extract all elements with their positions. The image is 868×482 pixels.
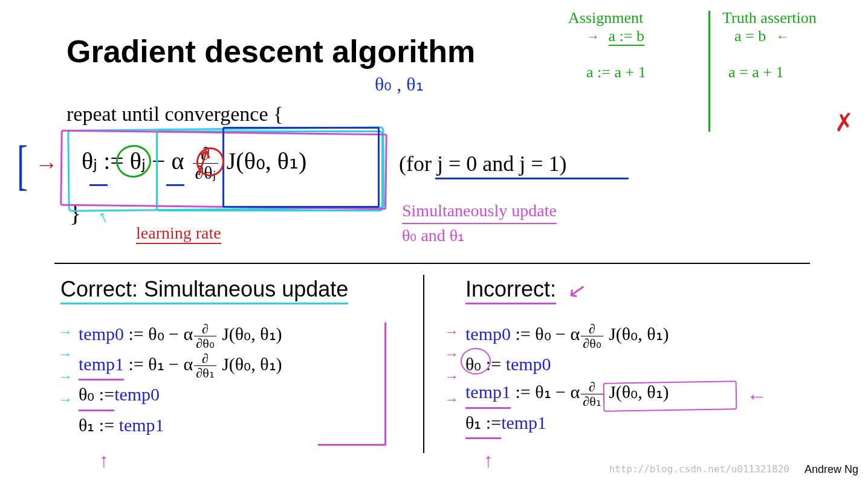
blue-underline-for xyxy=(435,178,629,179)
magenta-bracket xyxy=(318,321,386,446)
sim-update-line1: Simultaneously update xyxy=(402,199,557,224)
blue-brace-icon: [ xyxy=(17,134,28,196)
author-credit: Andrew Ng xyxy=(805,463,858,476)
magenta-box-gradient-term xyxy=(603,381,737,412)
blue-underline-2 xyxy=(166,184,184,186)
learning-rate-label: learning rate xyxy=(136,223,221,244)
truth-example-2: a = a + 1 xyxy=(728,63,783,81)
assignment-example-2: a := a + 1 xyxy=(586,63,646,81)
theta-handwritten-note: θ₀ , θ₁ xyxy=(375,72,424,95)
correct-eq-3: θ₀ := temp0 xyxy=(79,381,282,411)
correct-heading: Correct: Simultaneous update xyxy=(60,277,348,304)
mag-arrow-4: → xyxy=(444,388,459,411)
truth-example-1: a = b ← xyxy=(734,27,789,45)
cyan-arrow-3: → xyxy=(58,365,73,388)
cyan-arrow-1: → xyxy=(58,321,73,343)
cyan-arrow-2: → xyxy=(58,343,73,365)
assignment-heading: Assignment xyxy=(568,9,643,27)
incorrect-eq-2: θ₀ := temp0 xyxy=(465,350,669,379)
correct-eq-4: θ₁ := temp1 xyxy=(79,411,282,440)
magenta-up-arrow-left-icon: ↑ xyxy=(99,449,109,472)
sim-update-line2: θ₀ and θ₁ xyxy=(402,226,464,245)
magenta-step-arrows: → → → → xyxy=(444,321,459,411)
mag-arrow-3: → xyxy=(444,365,459,388)
incorrect-eq-1: temp0 := θ₀ − α∂∂θ₀ J(θ₀, θ₁) xyxy=(465,320,669,350)
vertical-divider xyxy=(423,275,424,453)
for-j-text: (for j = 0 and j = 1) xyxy=(399,151,567,176)
blue-underline-1 xyxy=(89,184,108,186)
slide: Gradient descent algorithm repeat until … xyxy=(0,0,868,482)
incorrect-eq-4: θ₁ := temp1 xyxy=(465,409,669,440)
cyan-arrow-4: → xyxy=(58,388,73,411)
slide-title: Gradient descent algorithm xyxy=(66,33,475,69)
incorrect-heading: Incorrect: xyxy=(465,277,556,304)
simultaneous-update-note: Simultaneously update θ₀ and θ₁ xyxy=(402,199,557,247)
mag-arrow-1: → xyxy=(444,321,459,343)
learning-rate-text: learning rate xyxy=(136,223,221,244)
green-separator-line xyxy=(708,11,710,132)
assignment-example-1: → a := b xyxy=(586,27,644,45)
red-x-icon: ✗ xyxy=(833,108,856,138)
green-arrow-icon: → xyxy=(586,29,600,44)
correct-equations: temp0 := θ₀ − α∂∂θ₀ J(θ₀, θ₁) temp1 := θ… xyxy=(79,320,282,439)
mag-arrow-2: → xyxy=(444,343,459,365)
magenta-arrow-left-icon: ← xyxy=(747,385,767,408)
correct-eq-2: temp1 := θ₁ − α∂∂θ₁ J(θ₀, θ₁) xyxy=(79,350,282,381)
cyan-step-arrows: → → → → xyxy=(58,321,73,411)
incorrect-equations: temp0 := θ₀ − α∂∂θ₀ J(θ₀, θ₁) θ₀ := temp… xyxy=(465,320,669,439)
horizontal-divider xyxy=(54,263,810,264)
correct-eq-1: temp0 := θ₀ − α∂∂θ₀ J(θ₀, θ₁) xyxy=(79,320,282,350)
repeat-until-line: repeat until convergence { xyxy=(66,103,283,126)
truth-assertion-notes: Truth assertion a = b ← a = a + 1 xyxy=(722,9,817,82)
assignment-notes: Assignment → a := b a := a + 1 xyxy=(568,9,646,82)
watermark-url: http://blog.csdn.net/u011321820 xyxy=(609,463,789,475)
red-arrow-icon: → xyxy=(35,151,58,178)
magenta-up-arrow-right-icon: ↑ xyxy=(484,449,493,472)
magenta-down-arrow-icon: ↙ xyxy=(566,277,589,305)
green-arrow-left-icon: ← xyxy=(776,29,789,44)
red-arrow-to-alpha-icon xyxy=(181,146,251,175)
truth-heading: Truth assertion xyxy=(722,9,817,27)
magenta-circle-theta0 xyxy=(461,348,491,374)
